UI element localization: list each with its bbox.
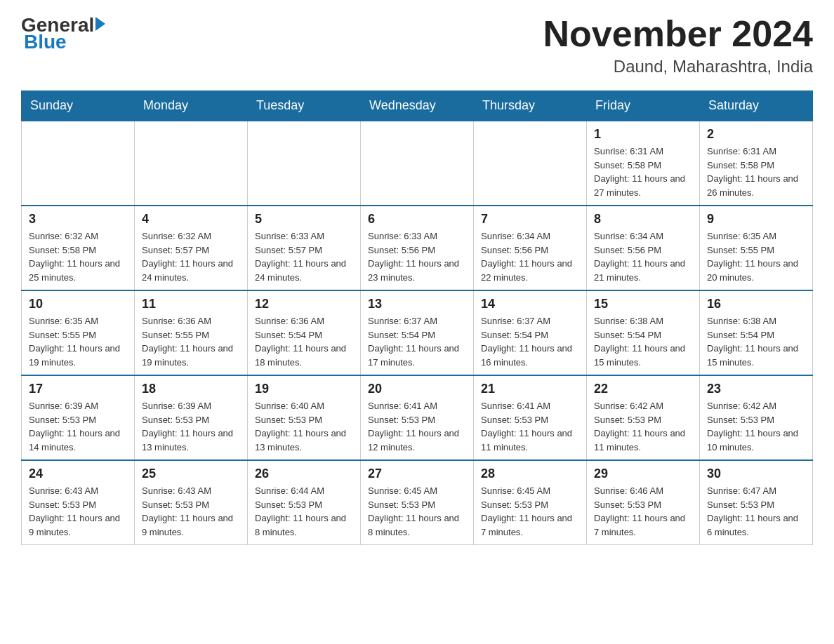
calendar-cell [135, 121, 248, 206]
day-number: 28 [481, 467, 579, 481]
day-info: Sunrise: 6:46 AMSunset: 5:53 PMDaylight:… [594, 484, 692, 539]
calendar-cell: 16Sunrise: 6:38 AMSunset: 5:54 PMDayligh… [700, 290, 813, 375]
day-number: 20 [368, 382, 466, 396]
day-info: Sunrise: 6:35 AMSunset: 5:55 PMDaylight:… [707, 229, 805, 284]
calendar-header-saturday: Saturday [700, 91, 813, 121]
day-info: Sunrise: 6:37 AMSunset: 5:54 PMDaylight:… [368, 314, 466, 369]
day-info: Sunrise: 6:37 AMSunset: 5:54 PMDaylight:… [481, 314, 579, 369]
day-number: 12 [255, 297, 353, 311]
day-number: 21 [481, 382, 579, 396]
day-number: 1 [594, 127, 692, 142]
calendar-cell: 30Sunrise: 6:47 AMSunset: 5:53 PMDayligh… [700, 460, 813, 545]
calendar-cell [474, 121, 587, 206]
day-info: Sunrise: 6:33 AMSunset: 5:57 PMDaylight:… [255, 229, 353, 284]
calendar-cell: 26Sunrise: 6:44 AMSunset: 5:53 PMDayligh… [248, 460, 361, 545]
day-number: 18 [142, 382, 240, 396]
day-info: Sunrise: 6:39 AMSunset: 5:53 PMDaylight:… [142, 399, 240, 454]
day-number: 30 [707, 467, 805, 481]
calendar-cell: 5Sunrise: 6:33 AMSunset: 5:57 PMDaylight… [248, 206, 361, 290]
day-info: Sunrise: 6:33 AMSunset: 5:56 PMDaylight:… [368, 229, 466, 284]
day-number: 8 [594, 212, 692, 227]
calendar-week-5: 24Sunrise: 6:43 AMSunset: 5:53 PMDayligh… [22, 460, 813, 545]
page-header: General Blue November 2024 Daund, Mahara… [21, 14, 813, 76]
day-info: Sunrise: 6:36 AMSunset: 5:55 PMDaylight:… [142, 314, 240, 369]
calendar-week-3: 10Sunrise: 6:35 AMSunset: 5:55 PMDayligh… [22, 290, 813, 375]
day-number: 26 [255, 467, 353, 481]
day-number: 29 [594, 467, 692, 481]
calendar-cell: 17Sunrise: 6:39 AMSunset: 5:53 PMDayligh… [22, 375, 135, 460]
calendar-cell [248, 121, 361, 206]
calendar-cell [361, 121, 474, 206]
day-info: Sunrise: 6:44 AMSunset: 5:53 PMDaylight:… [255, 484, 353, 539]
calendar-cell [22, 121, 135, 206]
calendar-cell: 11Sunrise: 6:36 AMSunset: 5:55 PMDayligh… [135, 290, 248, 375]
calendar-cell: 4Sunrise: 6:32 AMSunset: 5:57 PMDaylight… [135, 206, 248, 290]
calendar-week-4: 17Sunrise: 6:39 AMSunset: 5:53 PMDayligh… [22, 375, 813, 460]
calendar-cell: 15Sunrise: 6:38 AMSunset: 5:54 PMDayligh… [587, 290, 700, 375]
calendar-cell: 1Sunrise: 6:31 AMSunset: 5:58 PMDaylight… [587, 121, 700, 206]
day-number: 3 [29, 212, 127, 227]
day-info: Sunrise: 6:32 AMSunset: 5:57 PMDaylight:… [142, 229, 240, 284]
day-number: 2 [707, 127, 805, 142]
day-info: Sunrise: 6:31 AMSunset: 5:58 PMDaylight:… [707, 145, 805, 199]
calendar-week-1: 1Sunrise: 6:31 AMSunset: 5:58 PMDaylight… [22, 121, 813, 206]
day-info: Sunrise: 6:42 AMSunset: 5:53 PMDaylight:… [594, 399, 692, 454]
day-number: 7 [481, 212, 579, 227]
day-info: Sunrise: 6:43 AMSunset: 5:53 PMDaylight:… [29, 484, 127, 539]
calendar-header-thursday: Thursday [474, 91, 587, 121]
calendar-header-sunday: Sunday [22, 91, 135, 121]
calendar-cell: 22Sunrise: 6:42 AMSunset: 5:53 PMDayligh… [587, 375, 700, 460]
day-number: 13 [368, 297, 466, 311]
calendar-cell: 6Sunrise: 6:33 AMSunset: 5:56 PMDaylight… [361, 206, 474, 290]
day-info: Sunrise: 6:38 AMSunset: 5:54 PMDaylight:… [594, 314, 692, 369]
title-block: November 2024 Daund, Maharashtra, India [543, 14, 813, 76]
calendar-cell: 21Sunrise: 6:41 AMSunset: 5:53 PMDayligh… [474, 375, 587, 460]
calendar-cell: 3Sunrise: 6:32 AMSunset: 5:58 PMDaylight… [22, 206, 135, 290]
logo: General Blue [21, 14, 105, 53]
logo-arrow-icon [95, 17, 105, 31]
calendar-header-tuesday: Tuesday [248, 91, 361, 121]
day-number: 14 [481, 297, 579, 311]
day-number: 24 [29, 467, 127, 481]
day-number: 25 [142, 467, 240, 481]
calendar-cell: 7Sunrise: 6:34 AMSunset: 5:56 PMDaylight… [474, 206, 587, 290]
day-number: 11 [142, 297, 240, 311]
day-info: Sunrise: 6:38 AMSunset: 5:54 PMDaylight:… [707, 314, 805, 369]
day-info: Sunrise: 6:41 AMSunset: 5:53 PMDaylight:… [481, 399, 579, 454]
calendar-week-2: 3Sunrise: 6:32 AMSunset: 5:58 PMDaylight… [22, 206, 813, 290]
calendar-cell: 23Sunrise: 6:42 AMSunset: 5:53 PMDayligh… [700, 375, 813, 460]
calendar-cell: 12Sunrise: 6:36 AMSunset: 5:54 PMDayligh… [248, 290, 361, 375]
calendar-cell: 13Sunrise: 6:37 AMSunset: 5:54 PMDayligh… [361, 290, 474, 375]
day-info: Sunrise: 6:31 AMSunset: 5:58 PMDaylight:… [594, 145, 692, 199]
day-number: 19 [255, 382, 353, 396]
day-info: Sunrise: 6:40 AMSunset: 5:53 PMDaylight:… [255, 399, 353, 454]
day-info: Sunrise: 6:36 AMSunset: 5:54 PMDaylight:… [255, 314, 353, 369]
day-info: Sunrise: 6:35 AMSunset: 5:55 PMDaylight:… [29, 314, 127, 369]
calendar-cell: 27Sunrise: 6:45 AMSunset: 5:53 PMDayligh… [361, 460, 474, 545]
month-title: November 2024 [543, 14, 813, 54]
day-number: 5 [255, 212, 353, 227]
day-number: 6 [368, 212, 466, 227]
calendar-cell: 18Sunrise: 6:39 AMSunset: 5:53 PMDayligh… [135, 375, 248, 460]
logo-blue-text: Blue [21, 31, 67, 53]
day-number: 27 [368, 467, 466, 481]
calendar-cell: 25Sunrise: 6:43 AMSunset: 5:53 PMDayligh… [135, 460, 248, 545]
day-number: 9 [707, 212, 805, 227]
day-info: Sunrise: 6:34 AMSunset: 5:56 PMDaylight:… [594, 229, 692, 284]
day-info: Sunrise: 6:47 AMSunset: 5:53 PMDaylight:… [707, 484, 805, 539]
day-info: Sunrise: 6:39 AMSunset: 5:53 PMDaylight:… [29, 399, 127, 454]
calendar-cell: 29Sunrise: 6:46 AMSunset: 5:53 PMDayligh… [587, 460, 700, 545]
calendar-cell: 20Sunrise: 6:41 AMSunset: 5:53 PMDayligh… [361, 375, 474, 460]
calendar-cell: 28Sunrise: 6:45 AMSunset: 5:53 PMDayligh… [474, 460, 587, 545]
day-number: 4 [142, 212, 240, 227]
calendar-cell: 10Sunrise: 6:35 AMSunset: 5:55 PMDayligh… [22, 290, 135, 375]
calendar-cell: 14Sunrise: 6:37 AMSunset: 5:54 PMDayligh… [474, 290, 587, 375]
calendar-header-monday: Monday [135, 91, 248, 121]
calendar-header-row: SundayMondayTuesdayWednesdayThursdayFrid… [22, 91, 813, 121]
calendar-cell: 9Sunrise: 6:35 AMSunset: 5:55 PMDaylight… [700, 206, 813, 290]
calendar-header-wednesday: Wednesday [361, 91, 474, 121]
day-info: Sunrise: 6:41 AMSunset: 5:53 PMDaylight:… [368, 399, 466, 454]
location-title: Daund, Maharashtra, India [543, 57, 813, 76]
calendar-header-friday: Friday [587, 91, 700, 121]
day-number: 15 [594, 297, 692, 311]
